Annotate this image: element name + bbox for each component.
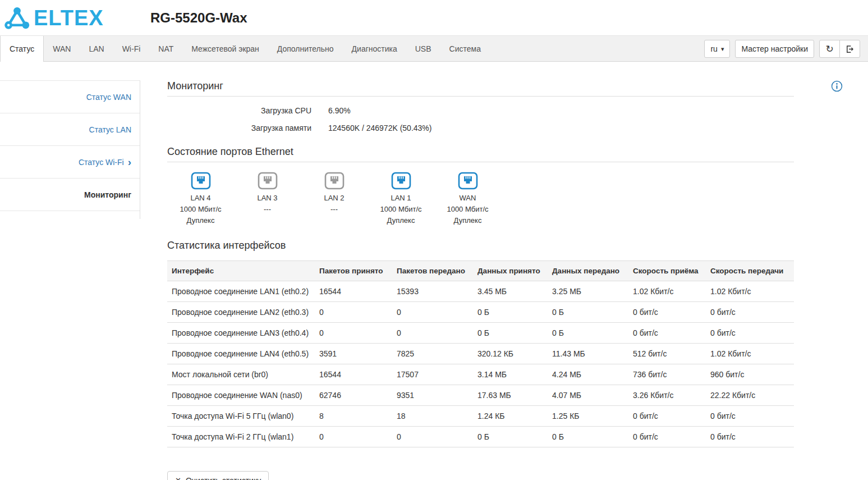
header: ELTEX RG-5520G-Wax [0, 0, 868, 35]
language-select[interactable]: ru ▾ [704, 40, 730, 58]
cell-tx-rate: 1.02 Кбит/с [706, 344, 794, 364]
cell-rx-data: 0 Б [473, 302, 548, 323]
nav-tab-label: LAN [89, 44, 104, 53]
ethernet-port-icon [458, 172, 478, 190]
monitoring-value: 6.90% [328, 106, 351, 115]
cell-tx-data: 1.25 КБ [548, 406, 628, 427]
port-speed: 1000 Мбит/с [434, 204, 501, 215]
divider [167, 162, 794, 162]
sidebar-item[interactable]: Статус Wi-Fi › [0, 146, 140, 179]
cell-tx-packets: 0 [392, 323, 473, 344]
main-nav: Статус WAN LAN Wi-Fi NAT Межсетевой экра… [0, 35, 868, 62]
port-name: LAN 4 [167, 193, 234, 204]
cell-tx-rate: 1.02 Кбит/с [706, 281, 794, 302]
clear-x-icon: ✕ [175, 477, 181, 480]
cell-rx-data: 320.12 КБ [473, 344, 548, 364]
cell-tx-packets: 9351 [392, 385, 473, 406]
nav-tab-label: Межсетевой экран [191, 44, 259, 53]
cell-rx-packets: 0 [315, 302, 392, 323]
section-title-interface-stats: Статистика интерфейсов [167, 240, 794, 252]
port-speed: --- [301, 204, 368, 215]
nav-tab[interactable]: LAN [80, 36, 113, 62]
page-body: Статус WAN › Статус LAN › Статус Wi-Fi ›… [0, 62, 868, 480]
ethernet-port-icon [391, 172, 411, 190]
clear-statistics-button[interactable]: ✕ Очистить статистику [167, 471, 269, 480]
cell-tx-rate: 22.22 Кбит/с [706, 385, 794, 406]
nav-tab[interactable]: NAT [149, 36, 182, 62]
cell-tx-packets: 18 [392, 406, 473, 427]
cell-rx-data: 0 Б [473, 427, 548, 447]
sidebar-item-label: Статус Wi-Fi [79, 158, 124, 167]
table-header-cell: Данных передано [548, 261, 628, 281]
port-name: WAN [434, 193, 501, 204]
nav-tab[interactable]: Wi-Fi [113, 36, 150, 62]
nav-tab[interactable]: WAN [44, 36, 80, 62]
monitoring-row: Загрузка CPU 6.90% [167, 106, 794, 115]
table-header-cell: Скорость передачи [706, 261, 794, 281]
device-model-title: RG-5520G-Wax [150, 10, 247, 26]
main-content: Мониторинг Загрузка CPU 6.90% Загрузка п… [167, 80, 794, 480]
cell-interface: Проводное соединение LAN4 (eth0.5) [167, 344, 315, 364]
table-header-row: ИнтерфейсПакетов принятоПакетов передано… [167, 261, 794, 281]
port-speed: 1000 Мбит/с [167, 204, 234, 215]
nav-tab[interactable]: Межсетевой экран [182, 36, 268, 62]
table-row: Проводное соединение LAN2 (eth0.3) 0 0 0… [167, 302, 794, 323]
sidebar-menu: Статус WAN › Статус LAN › Статус Wi-Fi ›… [0, 80, 140, 219]
ethernet-port-icon [191, 172, 211, 190]
refresh-button[interactable]: ↻ [819, 40, 840, 58]
nav-tab[interactable]: Дополнительно [268, 36, 343, 62]
port-speed: 1000 Мбит/с [368, 204, 434, 215]
cell-tx-data: 11.43 МБ [548, 344, 628, 364]
cell-rx-rate: 512 бит/с [628, 344, 706, 364]
info-icon[interactable] [831, 80, 843, 94]
ethernet-port-icon [258, 172, 278, 190]
table-header-cell: Интерфейс [167, 261, 315, 281]
ethernet-port: LAN 4 1000 Мбит/с Дуплекс [167, 172, 234, 226]
table-row: Проводное соединение WAN (nas0) 62746 93… [167, 385, 794, 406]
nav-tab[interactable]: USB [406, 36, 440, 62]
cell-rx-rate: 0 бит/с [628, 406, 706, 427]
cell-tx-data: 0 Б [548, 323, 628, 344]
cell-rx-packets: 3591 [315, 344, 392, 364]
sidebar-item[interactable]: Статус LAN › [0, 113, 140, 146]
setup-wizard-button[interactable]: Мастер настройки [735, 40, 814, 58]
nav-tab[interactable]: Статус [0, 36, 44, 62]
cell-tx-packets: 15393 [392, 281, 473, 302]
table-row: Проводное соединение LAN4 (eth0.5) 3591 … [167, 344, 794, 364]
logout-button[interactable] [839, 40, 860, 58]
cell-interface: Мост локальной сети (br0) [167, 364, 315, 385]
cell-tx-rate: 0 бит/с [706, 406, 794, 427]
section-title-ethernet-ports: Состояние портов Ethernet [167, 146, 794, 158]
section-title-monitoring: Мониторинг [167, 80, 794, 92]
cell-tx-packets: 7825 [392, 344, 473, 364]
logout-icon [846, 45, 854, 53]
cell-tx-rate: 960 бит/с [706, 364, 794, 385]
table-row: Точка доступа Wi-Fi 2 ГГц (wlan1) 0 0 0 … [167, 427, 794, 447]
refresh-icon: ↻ [825, 44, 833, 54]
caret-down-icon: ▾ [721, 46, 724, 52]
nav-tab[interactable]: Диагностика [343, 36, 406, 62]
table-header-cell: Пакетов принято [315, 261, 392, 281]
sidebar-item-label: Мониторинг [84, 190, 131, 199]
nav-tab-label: NAT [158, 44, 173, 53]
nav-tab[interactable]: Система [440, 36, 490, 62]
table-header-cell: Данных принято [473, 261, 548, 281]
cell-rx-data: 1.24 КБ [473, 406, 548, 427]
nav-tab-label: WAN [53, 44, 71, 53]
sidebar-item[interactable]: Мониторинг › [0, 179, 140, 211]
nav-tab-label: Диагностика [352, 44, 397, 53]
cell-rx-rate: 0 бит/с [628, 427, 706, 447]
clear-statistics-label: Очистить статистику [186, 476, 261, 480]
cell-tx-packets: 0 [392, 427, 473, 447]
cell-rx-rate: 0 бит/с [628, 302, 706, 323]
port-duplex: Дуплекс [434, 215, 501, 226]
nav-tab-label: Система [449, 44, 481, 53]
cell-interface: Проводное соединение WAN (nas0) [167, 385, 315, 406]
cell-rx-data: 0 Б [473, 323, 548, 344]
cell-rx-packets: 0 [315, 323, 392, 344]
sidebar-item[interactable]: Статус WAN › [0, 81, 140, 113]
nav-tab-label: Wi-Fi [122, 44, 141, 53]
port-name: LAN 1 [368, 193, 434, 204]
table-row: Проводное соединение LAN3 (eth0.4) 0 0 0… [167, 323, 794, 344]
port-duplex: Дуплекс [167, 215, 234, 226]
